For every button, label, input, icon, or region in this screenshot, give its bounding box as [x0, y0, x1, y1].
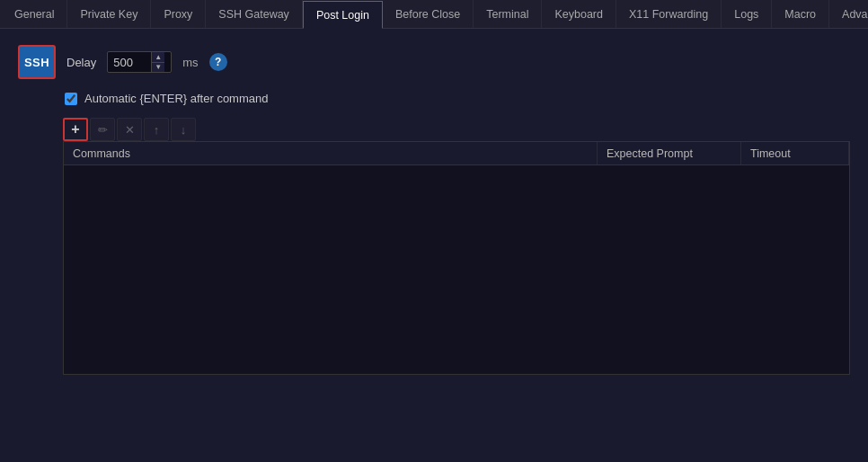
ms-label: ms	[182, 56, 198, 69]
tab-before-close[interactable]: Before Close	[383, 0, 474, 28]
move-up-button[interactable]: ↑	[144, 118, 169, 141]
delay-spin-down[interactable]: ▼	[152, 62, 164, 73]
toolbar-row: + ✏ ✕ ↑ ↓	[63, 118, 850, 141]
add-button[interactable]: +	[63, 118, 88, 141]
tab-keyboard[interactable]: Keyboard	[542, 0, 616, 28]
edit-button[interactable]: ✏	[90, 118, 115, 141]
table-body	[64, 165, 849, 374]
tab-proxy[interactable]: Proxy	[151, 0, 206, 28]
tab-general[interactable]: General	[2, 0, 67, 28]
column-timeout: Timeout	[741, 142, 849, 164]
delay-input[interactable]	[108, 52, 151, 72]
move-down-button[interactable]: ↓	[171, 118, 196, 141]
delay-input-wrap: ▲ ▼	[107, 51, 172, 73]
delay-label: Delay	[66, 56, 96, 69]
column-expected-prompt: Expected Prompt	[598, 142, 741, 164]
tab-logs[interactable]: Logs	[722, 0, 772, 28]
tab-macro[interactable]: Macro	[772, 0, 829, 28]
tab-x11-forwarding[interactable]: X11 Forwarding	[616, 0, 722, 28]
ssh-icon: SSH	[18, 45, 56, 79]
auto-enter-checkbox[interactable]	[65, 93, 77, 105]
header-row: SSH Delay ▲ ▼ ms ?	[18, 45, 850, 79]
help-button[interactable]: ?	[209, 53, 227, 71]
tab-ssh-gateway[interactable]: SSH Gateway	[206, 0, 303, 28]
tab-advanced[interactable]: Advanced	[829, 0, 868, 28]
tab-post-login[interactable]: Post Login	[303, 1, 383, 29]
column-commands: Commands	[64, 142, 598, 164]
tab-bar: General Private Key Proxy SSH Gateway Po…	[0, 0, 868, 29]
commands-table: Commands Expected Prompt Timeout	[63, 141, 850, 375]
delete-button[interactable]: ✕	[117, 118, 142, 141]
auto-enter-row: Automatic {ENTER} after command	[65, 92, 850, 105]
main-content: SSH Delay ▲ ▼ ms ? Automatic {ENTER} aft…	[0, 29, 868, 462]
auto-enter-label: Automatic {ENTER} after command	[84, 92, 268, 105]
tab-terminal[interactable]: Terminal	[474, 0, 542, 28]
delay-spin-buttons: ▲ ▼	[151, 52, 164, 72]
delay-spin-up[interactable]: ▲	[152, 52, 164, 62]
tab-private-key[interactable]: Private Key	[67, 0, 151, 28]
table-header: Commands Expected Prompt Timeout	[64, 142, 849, 165]
